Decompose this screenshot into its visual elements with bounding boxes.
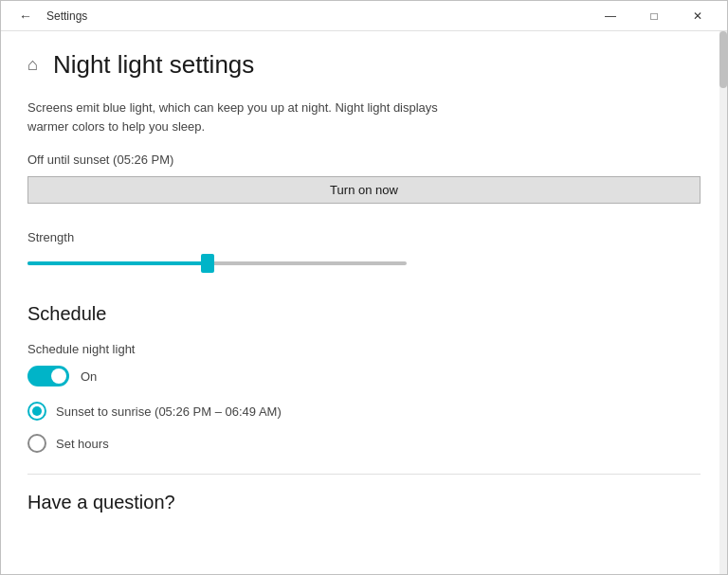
strength-section: Strength: [27, 230, 701, 273]
minimize-button[interactable]: —: [589, 1, 632, 31]
schedule-section-title: Schedule: [27, 303, 701, 325]
strength-slider-container: [27, 254, 407, 273]
set-hours-radio-button[interactable]: [27, 434, 46, 453]
home-icon: ⌂: [27, 55, 38, 75]
schedule-night-light-label: Schedule night light: [27, 342, 701, 356]
schedule-toggle-row: On: [27, 366, 701, 386]
maximize-button[interactable]: □: [632, 1, 676, 31]
page-title: Night light settings: [53, 50, 254, 80]
schedule-toggle[interactable]: [27, 366, 69, 386]
slider-thumb[interactable]: [201, 254, 214, 273]
scrollbar-track[interactable]: [719, 31, 727, 574]
settings-window: ← Settings — □ ✕ ⌂ Night light settings …: [0, 0, 728, 575]
content-area: ⌂ Night light settings Screens emit blue…: [1, 31, 727, 574]
turn-on-now-button[interactable]: Turn on now: [27, 176, 701, 204]
set-hours-radio-row[interactable]: Set hours: [27, 434, 701, 453]
sunset-radio-button[interactable]: [27, 402, 46, 421]
window-controls: — □ ✕: [589, 1, 719, 31]
sunset-radio-label: Sunset to sunrise (05:26 PM – 06:49 AM): [56, 404, 282, 419]
page-header: ⌂ Night light settings: [27, 50, 701, 80]
back-icon: ←: [19, 9, 32, 24]
have-question-heading: Have a question?: [27, 474, 701, 513]
page-description: Screens emit blue light, which can keep …: [27, 99, 464, 135]
slider-fill: [27, 261, 208, 265]
set-hours-radio-label: Set hours: [56, 437, 109, 451]
scrollbar-thumb[interactable]: [719, 31, 727, 88]
title-bar-left: ← Settings: [12, 3, 87, 29]
title-bar: ← Settings — □ ✕: [1, 1, 727, 31]
sunset-radio-row[interactable]: Sunset to sunrise (05:26 PM – 06:49 AM): [27, 402, 701, 421]
sunset-radio-inner: [32, 406, 42, 416]
toggle-knob: [51, 368, 66, 384]
strength-label: Strength: [27, 230, 701, 244]
close-button[interactable]: ✕: [676, 1, 719, 31]
status-text: Off until sunset (05:26 PM): [27, 153, 701, 167]
schedule-section: Schedule Schedule night light On Sunset …: [27, 303, 701, 466]
toggle-state-label: On: [81, 369, 97, 384]
window-title: Settings: [46, 9, 87, 23]
back-button[interactable]: ←: [12, 3, 39, 29]
